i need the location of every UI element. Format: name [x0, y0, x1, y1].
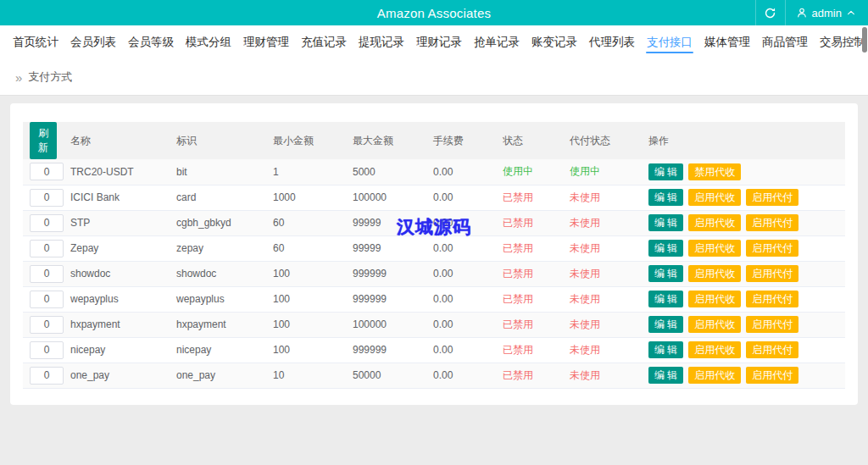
nav-tab-抢单记录[interactable]: 抢单记录	[473, 25, 520, 59]
sort-order-input[interactable]	[30, 341, 64, 359]
page-scrollbar[interactable]	[862, 27, 867, 53]
min-amount: 1	[266, 159, 346, 185]
enable-collect-button[interactable]: 启用代收	[688, 214, 741, 231]
enable-collect-button[interactable]: 启用代收	[688, 316, 741, 333]
status-text: 已禁用	[496, 235, 563, 261]
nav-tab-提现记录[interactable]: 提现记录	[358, 25, 405, 59]
max-amount: 99999	[346, 235, 426, 261]
payment-code: hxpayment	[170, 312, 266, 337]
enable-collect-button[interactable]: 启用代收	[688, 189, 741, 206]
edit-button[interactable]: 编 辑	[648, 189, 683, 206]
row-actions: 编 辑启用代收启用代付	[642, 235, 845, 261]
nav-tab-会员等级[interactable]: 会员等级	[127, 25, 175, 59]
status-text: 已禁用	[496, 261, 563, 286]
row-actions: 编 辑启用代收启用代付	[642, 261, 845, 286]
nav-tab-账变记录[interactable]: 账变记录	[531, 25, 578, 59]
sort-order-input[interactable]	[30, 316, 64, 334]
col-actions: 操作	[642, 122, 845, 159]
enable-payout-button[interactable]: 启用代付	[746, 189, 798, 206]
payment-code: card	[170, 185, 266, 210]
enable-collect-button[interactable]: 启用代收	[688, 341, 741, 358]
edit-button[interactable]: 编 辑	[648, 291, 683, 307]
status-text: 已禁用	[496, 363, 563, 388]
enable-payout-button[interactable]: 启用代付	[746, 214, 798, 231]
payment-name: showdoc	[64, 261, 170, 286]
nav-tab-首页统计[interactable]: 首页统计	[12, 25, 59, 59]
col-status: 状态	[496, 122, 563, 159]
enable-payout-button[interactable]: 启用代付	[746, 240, 798, 257]
nav-tab-媒体管理[interactable]: 媒体管理	[704, 25, 751, 59]
breadcrumb: » 支付方式	[0, 59, 868, 96]
payment-name: TRC20-USDT	[64, 159, 170, 185]
edit-button[interactable]: 编 辑	[648, 240, 683, 257]
table-header-row: 刷 新 名称 标识 最小金额 最大金额 手续费 状态 代付状态 操作	[23, 122, 845, 159]
col-fee: 手续费	[426, 122, 496, 159]
sort-order-input[interactable]	[30, 367, 64, 385]
row-actions: 编 辑启用代收启用代付	[642, 312, 845, 337]
table-row: TRC20-USDT bit 1 5000 0.00 使用中 使用中 编 辑禁用…	[23, 159, 845, 185]
enable-collect-button[interactable]: 启用代收	[688, 291, 741, 307]
table-row: hxpayment hxpayment 100 100000 0.00 已禁用 …	[23, 312, 845, 337]
edit-button[interactable]: 编 辑	[648, 265, 683, 282]
enable-payout-button[interactable]: 启用代付	[746, 265, 798, 282]
min-amount: 100	[266, 337, 346, 363]
enable-payout-button[interactable]: 启用代付	[746, 367, 798, 384]
payment-name: one_pay	[64, 363, 170, 388]
nav-tab-理财管理[interactable]: 理财管理	[242, 25, 290, 59]
payment-code: showdoc	[170, 261, 266, 286]
fee-value: 0.00	[426, 312, 496, 337]
nav-tab-代理列表[interactable]: 代理列表	[588, 25, 636, 59]
nav-tab-商品管理[interactable]: 商品管理	[761, 25, 809, 59]
sort-order-input[interactable]	[30, 240, 64, 257]
payment-code: cgbh_gbkyd	[170, 210, 266, 235]
status-text: 已禁用	[496, 286, 563, 312]
status-text: 已禁用	[496, 185, 563, 210]
refresh-page-button[interactable]	[755, 0, 786, 25]
payment-table-card: 刷 新 名称 标识 最小金额 最大金额 手续费 状态 代付状态 操作 TRC20…	[10, 103, 858, 405]
sort-order-input[interactable]	[30, 291, 64, 308]
user-menu[interactable]: admin	[786, 0, 868, 25]
content-area: 刷 新 名称 标识 最小金额 最大金额 手续费 状态 代付状态 操作 TRC20…	[0, 96, 868, 465]
payment-name: hxpayment	[64, 312, 170, 337]
fee-value: 0.00	[426, 185, 496, 210]
payment-name: wepayplus	[64, 286, 170, 312]
nav-tab-模式分组[interactable]: 模式分组	[185, 25, 232, 59]
col-name: 名称	[64, 122, 170, 159]
table-row: ICICI Bank card 1000 100000 0.00 已禁用 未使用…	[23, 185, 845, 210]
nav-tabs: 首页统计会员列表会员等级模式分组理财管理充值记录提现记录理财记录抢单记录账变记录…	[0, 25, 868, 59]
nav-tab-会员列表[interactable]: 会员列表	[70, 25, 117, 59]
sort-order-input[interactable]	[30, 189, 64, 207]
enable-payout-button[interactable]: 启用代付	[746, 341, 798, 358]
payment-code: bit	[170, 159, 266, 185]
edit-button[interactable]: 编 辑	[648, 341, 683, 358]
enable-payout-button[interactable]: 启用代付	[746, 316, 798, 333]
col-max-amount: 最大金额	[346, 122, 426, 159]
fee-value: 0.00	[426, 235, 496, 261]
col-min-amount: 最小金额	[266, 122, 346, 159]
enable-collect-button[interactable]: 启用代收	[688, 367, 741, 384]
enable-collect-button[interactable]: 启用代收	[688, 265, 741, 282]
fee-value: 0.00	[426, 210, 496, 235]
nav-tab-交易控制[interactable]: 交易控制	[819, 25, 866, 59]
fee-value: 0.00	[426, 337, 496, 363]
enable-collect-button[interactable]: 启用代收	[688, 240, 741, 257]
edit-button[interactable]: 编 辑	[648, 163, 683, 180]
payment-name: Zepay	[64, 235, 170, 261]
enable-payout-button[interactable]: 启用代付	[746, 291, 798, 307]
disable-collect-button[interactable]: 禁用代收	[688, 163, 741, 180]
max-amount: 999999	[346, 337, 426, 363]
table-row: nicepay nicepay 100 999999 0.00 已禁用 未使用 …	[23, 337, 845, 363]
app-header: Amazon Associates admin	[0, 0, 868, 25]
edit-button[interactable]: 编 辑	[648, 316, 683, 333]
sort-order-input[interactable]	[30, 214, 64, 232]
table-refresh-button[interactable]: 刷 新	[30, 122, 57, 159]
sort-order-input[interactable]	[30, 265, 64, 283]
edit-button[interactable]: 编 辑	[648, 214, 683, 231]
nav-tab-支付接口[interactable]: 支付接口	[646, 25, 693, 59]
nav-tab-理财记录[interactable]: 理财记录	[415, 25, 463, 59]
sort-order-input[interactable]	[30, 163, 64, 180]
table-row: wepayplus wepayplus 100 999999 0.00 已禁用 …	[23, 286, 845, 312]
nav-tab-充值记录[interactable]: 充值记录	[300, 25, 348, 59]
payment-name: STP	[64, 210, 170, 235]
edit-button[interactable]: 编 辑	[648, 367, 683, 384]
